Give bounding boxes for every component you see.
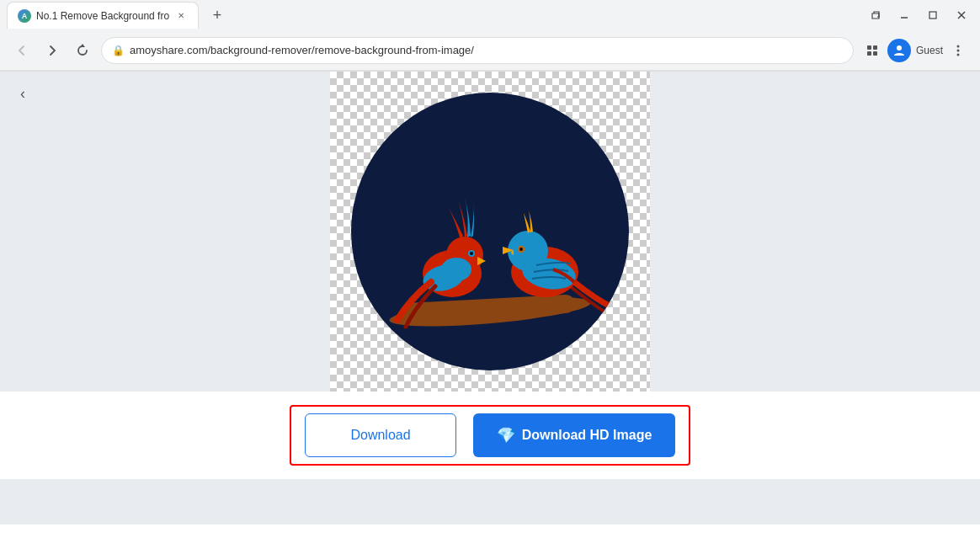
svg-point-9 (897, 45, 902, 51)
svg-rect-6 (873, 45, 877, 50)
lock-icon: 🔒 (112, 45, 125, 56)
svg-point-12 (957, 53, 960, 56)
browser-actions: Guest (860, 39, 970, 62)
image-preview-container (330, 72, 650, 392)
menu-button[interactable] (946, 39, 970, 62)
svg-point-14 (351, 93, 629, 370)
processed-image (347, 88, 633, 375)
back-arrow-button[interactable]: ‹ (13, 82, 32, 106)
svg-rect-8 (873, 51, 877, 56)
restore-button[interactable] (864, 3, 887, 27)
tab-close-button[interactable]: ✕ (174, 9, 188, 23)
download-hd-label: Download HD Image (522, 428, 652, 443)
svg-point-10 (957, 45, 960, 47)
gem-icon: 💎 (497, 426, 515, 445)
url-bar[interactable]: 🔒 amoyshare.com/background-remover/remov… (101, 37, 854, 64)
guest-label: Guest (916, 45, 943, 56)
url-text: amoyshare.com/background-remover/remove-… (130, 44, 843, 56)
forward-button[interactable] (40, 39, 64, 62)
tab-favicon: A (18, 9, 31, 23)
svg-point-22 (470, 252, 473, 255)
maximize-button[interactable] (921, 3, 945, 27)
svg-rect-5 (867, 45, 871, 50)
close-button[interactable] (950, 3, 973, 27)
tab-title: No.1 Remove Background fro (36, 10, 169, 22)
svg-rect-1 (929, 12, 936, 19)
highlight-box: Download 💎 Download HD Image (290, 405, 690, 466)
download-button[interactable]: Download (305, 413, 456, 457)
address-bar: 🔒 amoyshare.com/background-remover/remov… (0, 30, 980, 71)
svg-marker-4 (80, 44, 85, 47)
active-tab[interactable]: A No.1 Remove Background fro ✕ (7, 2, 199, 29)
new-tab-button[interactable]: + (205, 3, 229, 27)
refresh-button[interactable] (71, 39, 94, 62)
svg-point-28 (519, 248, 523, 251)
back-button[interactable] (10, 39, 34, 62)
svg-rect-7 (867, 51, 871, 56)
profile-button[interactable] (887, 39, 911, 62)
download-hd-button[interactable]: 💎 Download HD Image (473, 413, 675, 457)
svg-point-26 (508, 231, 548, 271)
window-controls (864, 3, 973, 27)
action-area: Download 💎 Download HD Image (0, 392, 980, 479)
download-label: Download (350, 428, 410, 443)
svg-point-23 (441, 258, 471, 281)
svg-point-11 (957, 49, 960, 51)
minimize-button[interactable] (892, 3, 916, 27)
title-bar: A No.1 Remove Background fro ✕ + (0, 0, 980, 30)
page-content: ‹ (0, 72, 980, 525)
extensions-button[interactable] (860, 39, 884, 62)
